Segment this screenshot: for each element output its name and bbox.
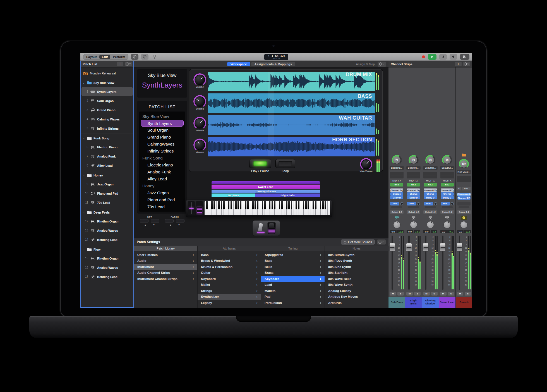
layer-bar-bright-bells[interactable]: Bright Bells bbox=[255, 193, 320, 197]
strip-volume-value[interactable]: 0.0 bbox=[407, 230, 413, 233]
pan-knob[interactable] bbox=[393, 221, 400, 228]
patch-row[interactable]: 9Jazz Organ bbox=[80, 180, 134, 189]
library-item[interactable]: 80s Bitrate Synth bbox=[325, 252, 388, 258]
view-tab-1[interactable]: Assignments & Mappings bbox=[251, 62, 295, 66]
black-key[interactable] bbox=[313, 201, 314, 209]
waveform-display[interactable]: HORN SECTION bbox=[208, 137, 375, 156]
solo-button[interactable]: S bbox=[431, 292, 438, 296]
insert-slot[interactable]: Chorus bbox=[390, 192, 403, 196]
black-key[interactable] bbox=[231, 201, 232, 209]
black-key[interactable] bbox=[274, 201, 275, 209]
library-item[interactable]: Mallets› bbox=[261, 288, 325, 294]
black-key[interactable] bbox=[206, 201, 208, 209]
strip-name[interactable]: Sweet Lead bbox=[439, 297, 455, 308]
insert-slot[interactable]: Channel EQ bbox=[441, 188, 454, 192]
midi-fx-slot[interactable]: MIDI FX bbox=[422, 179, 438, 183]
insert-slot[interactable]: Channel EQ bbox=[457, 196, 471, 200]
pan-knob[interactable] bbox=[460, 221, 467, 228]
track-volume-knob[interactable] bbox=[195, 75, 205, 85]
fader-handle[interactable] bbox=[440, 243, 446, 251]
library-item[interactable]: 80s Sine Synth bbox=[325, 264, 388, 270]
instrument-slot[interactable]: ES2 bbox=[390, 183, 403, 187]
set-up-button[interactable] bbox=[140, 219, 148, 222]
solo-button[interactable]: S bbox=[448, 292, 454, 296]
black-key[interactable] bbox=[269, 201, 270, 209]
library-item[interactable]: 80s Fizzy Synth bbox=[325, 258, 388, 264]
eq-thumbnail[interactable] bbox=[423, 172, 437, 178]
library-item[interactable]: Instrument› bbox=[134, 264, 197, 270]
patch-row[interactable]: 14Bending Lead bbox=[80, 235, 134, 244]
black-key[interactable] bbox=[257, 201, 258, 209]
strip-knob[interactable]: 127 bbox=[459, 159, 469, 169]
library-item[interactable]: Arcturus bbox=[325, 300, 388, 306]
black-key[interactable] bbox=[322, 201, 323, 209]
expression-pedal[interactable] bbox=[257, 223, 265, 233]
midi-fx-slot[interactable]: MIDI FX bbox=[405, 179, 422, 183]
channel-strips-action-menu[interactable] bbox=[463, 62, 470, 66]
add-patch-button[interactable]: + bbox=[117, 62, 123, 66]
white-key[interactable] bbox=[328, 201, 330, 215]
eq-thumbnail[interactable] bbox=[407, 172, 420, 178]
library-item[interactable]: Audio› bbox=[134, 258, 197, 264]
library-item[interactable]: Lead› bbox=[261, 282, 325, 288]
settings-tab-notes[interactable]: Notes bbox=[325, 246, 388, 251]
library-item[interactable]: 80s Wave Bells bbox=[325, 276, 388, 282]
set-down-button[interactable] bbox=[151, 219, 159, 222]
patch-row[interactable]: 13Analog Waves bbox=[80, 226, 134, 235]
send-knob[interactable] bbox=[417, 202, 420, 205]
midi-fx-slot[interactable]: MIDI FX bbox=[388, 179, 405, 183]
channel-strips-toggle[interactable] bbox=[460, 54, 469, 60]
preset-chip[interactable]: Beautiful... bbox=[440, 166, 454, 170]
pan-knob[interactable] bbox=[443, 221, 451, 228]
fader-handle[interactable] bbox=[423, 243, 429, 251]
info-button[interactable] bbox=[131, 54, 138, 60]
strip-knob[interactable]: 79 bbox=[409, 155, 419, 165]
black-key[interactable] bbox=[211, 201, 212, 209]
patch-row[interactable]: 5Infinity Strings bbox=[80, 124, 134, 133]
patch-settings-action-menu[interactable] bbox=[377, 239, 386, 245]
black-key[interactable] bbox=[320, 201, 321, 209]
fader-handle[interactable] bbox=[406, 243, 412, 251]
metronome-button[interactable] bbox=[439, 54, 447, 60]
patch-row[interactable]: 8Alloy Lead bbox=[80, 161, 134, 170]
library-item[interactable]: Brass & Woodwind› bbox=[198, 258, 261, 264]
black-key[interactable] bbox=[262, 201, 263, 209]
display-patch-item[interactable]: Infinity Strings bbox=[140, 147, 184, 154]
insert-slot[interactable]: Channel EQ bbox=[390, 188, 403, 192]
display-patch-item[interactable]: Alloy Lead bbox=[140, 175, 184, 182]
insert-slot[interactable]: Chorus bbox=[424, 192, 437, 196]
settings-tab-patch-library[interactable]: Patch Library bbox=[134, 246, 198, 251]
strip-volume-value[interactable]: 0.0 bbox=[390, 230, 397, 233]
waveform-display[interactable]: DRUM MIX bbox=[208, 72, 375, 91]
display-patch-item[interactable]: Piano and Pad bbox=[140, 196, 184, 203]
library-item[interactable]: Legacy› bbox=[198, 300, 261, 306]
set-folder-row[interactable]: ⌄Funk Song bbox=[80, 134, 134, 142]
black-key[interactable] bbox=[315, 201, 316, 209]
pan-knob[interactable] bbox=[427, 221, 434, 228]
patch-row[interactable]: 1Synth Layers bbox=[81, 87, 133, 96]
fader-handle[interactable] bbox=[457, 243, 462, 251]
library-item[interactable]: Drums & Percussion› bbox=[198, 264, 261, 270]
mute-button[interactable]: M bbox=[440, 292, 447, 296]
piano-keys[interactable] bbox=[205, 201, 330, 215]
library-item[interactable]: Strings› bbox=[198, 288, 261, 294]
library-item[interactable]: Keyboard› bbox=[261, 276, 325, 282]
patch-row[interactable]: 6Electric Piano bbox=[80, 142, 134, 152]
strip-name[interactable]: Bright Bells bbox=[405, 297, 422, 308]
play-button[interactable] bbox=[428, 54, 436, 60]
play-pause-button[interactable] bbox=[249, 159, 271, 168]
eq-thumbnail[interactable] bbox=[390, 172, 404, 178]
layer-bar-glowing-shadow[interactable]: Glowing Shadow bbox=[212, 190, 320, 193]
library-item[interactable]: Pad› bbox=[261, 294, 325, 300]
send-slot[interactable]: Rvb bbox=[424, 202, 437, 205]
aux-input-slot[interactable]: ORvb bbox=[457, 187, 471, 190]
black-key[interactable] bbox=[303, 201, 304, 209]
empty-send-slot[interactable] bbox=[425, 206, 436, 208]
instrument-slot[interactable]: ES2 bbox=[441, 183, 454, 187]
instrument-slot[interactable]: ES2 bbox=[424, 183, 437, 187]
empty-send-slot[interactable] bbox=[457, 202, 471, 205]
library-item[interactable]: 80s Starlight bbox=[325, 270, 388, 276]
layer-bar-sub-bass[interactable]: Sub Bass bbox=[212, 193, 255, 197]
output-slot[interactable]: Output 1-2 bbox=[440, 210, 454, 214]
preset-chip[interactable]: Beautiful... bbox=[406, 166, 421, 170]
